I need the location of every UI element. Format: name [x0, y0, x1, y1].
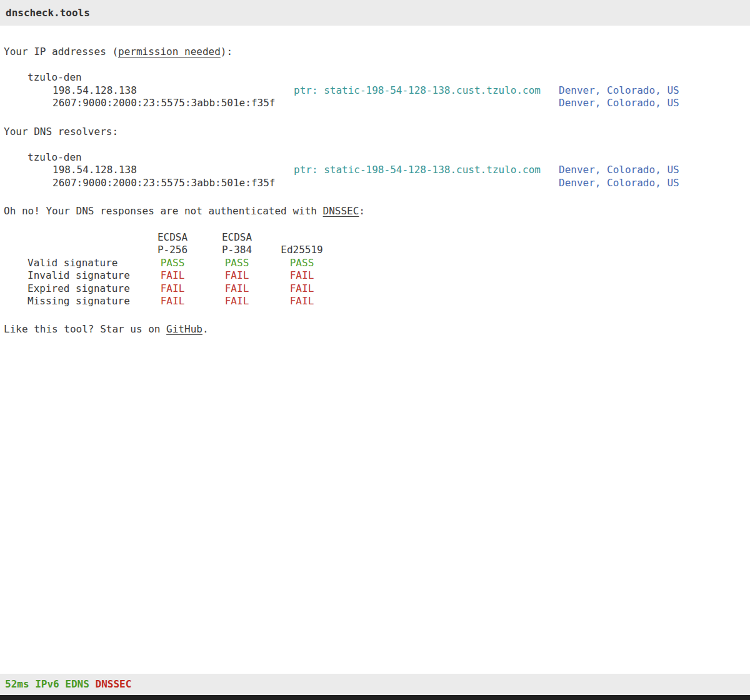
github-link[interactable]: GitHub [166, 323, 202, 335]
ip-row: 2607:9000:2000:23:5575:3abb:501e:f35fDen… [4, 97, 750, 110]
bottom-bar [0, 695, 750, 700]
column-header: ECDSA [212, 231, 262, 244]
resolver-row: 198.54.128.138ptr: static-198-54-128-138… [4, 164, 750, 177]
test-result-cell: PASS [148, 257, 198, 270]
network-name: tzulo-den [4, 71, 750, 84]
row-label: Valid signature [4, 257, 118, 270]
ipv4-address: 198.54.128.138 [52, 164, 137, 176]
site-title: dnscheck.tools [6, 7, 90, 19]
edns-badge: EDNS [65, 678, 89, 690]
row-label: Expired signature [4, 282, 130, 296]
test-result-cell: PASS [212, 257, 262, 270]
dnssec-message-prefix: Oh no! Your DNS responses are not authen… [4, 205, 323, 217]
dnssec-link[interactable]: DNSSEC [323, 205, 359, 217]
column-header: ECDSA [148, 231, 198, 244]
table-header-row-1: ECDSAECDSA [4, 231, 750, 244]
dnssec-message: Oh no! Your DNS responses are not authen… [4, 205, 750, 218]
ipv4-address: 198.54.128.138 [52, 84, 137, 96]
ip-heading-prefix: Your IP addresses ( [4, 46, 118, 58]
geo-location: Denver, Colorado, US [559, 164, 679, 177]
resolver-section-heading: Your DNS resolvers: [4, 126, 750, 139]
dnssec-message-suffix: : [359, 205, 365, 217]
site-header: dnscheck.tools [0, 0, 750, 26]
table-row: Expired signatureFAILFAILFAIL [4, 282, 750, 296]
table-row: Invalid signatureFAILFAILFAIL [4, 269, 750, 282]
row-label: Invalid signature [4, 269, 130, 282]
ipv6-address: 2607:9000:2000:23:5575:3abb:501e:f35f [52, 177, 275, 189]
status-bar: 52ms IPv6 EDNS DNSSEC [0, 674, 750, 695]
test-result-cell: FAIL [212, 295, 262, 308]
column-header: P-384 [212, 244, 262, 257]
network-name: tzulo-den [4, 151, 750, 164]
test-result-cell: FAIL [277, 269, 327, 282]
column-header: Ed25519 [277, 244, 327, 257]
test-result-cell: FAIL [212, 282, 262, 296]
test-result-cell: FAIL [212, 269, 262, 282]
test-result-cell: FAIL [277, 295, 327, 308]
geo-location: Denver, Colorado, US [559, 97, 679, 110]
dnssec-badge: DNSSEC [96, 678, 132, 690]
ipv6-address: 2607:9000:2000:23:5575:3abb:501e:f35f [52, 97, 275, 109]
ptr-record: ptr: static-198-54-128-138.cust.tzulo.co… [294, 84, 541, 98]
table-row: Missing signatureFAILFAILFAIL [4, 295, 750, 308]
github-prefix: Like this tool? Star us on [4, 323, 166, 335]
latency-badge: 52ms [5, 678, 29, 690]
geo-location: Denver, Colorado, US [559, 84, 679, 98]
dnssec-test-table: ECDSAECDSA P-256P-384Ed25519 Valid signa… [4, 231, 750, 308]
test-result-cell: PASS [277, 257, 327, 270]
test-result-cell: FAIL [148, 282, 198, 296]
test-result-cell: FAIL [148, 295, 198, 308]
permission-needed-link[interactable]: permission needed [118, 46, 221, 58]
main-content: Your IP addresses (permission needed): t… [0, 26, 750, 336]
github-line: Like this tool? Star us on GitHub. [4, 323, 750, 336]
resolver-row: 2607:9000:2000:23:5575:3abb:501e:f35fDen… [4, 177, 750, 190]
table-row: Valid signaturePASSPASSPASS [4, 257, 750, 270]
github-suffix: . [202, 323, 209, 335]
ipv6-badge: IPv6 [35, 678, 59, 690]
ip-section-heading: Your IP addresses (permission needed): [4, 46, 750, 59]
table-header-row-2: P-256P-384Ed25519 [4, 244, 750, 257]
ip-row: 198.54.128.138ptr: static-198-54-128-138… [4, 84, 750, 98]
ip-heading-suffix: ): [221, 46, 232, 58]
test-result-cell: FAIL [277, 282, 327, 296]
ptr-record: ptr: static-198-54-128-138.cust.tzulo.co… [294, 164, 541, 177]
geo-location: Denver, Colorado, US [559, 177, 679, 190]
row-label: Missing signature [4, 295, 130, 308]
test-result-cell: FAIL [148, 269, 198, 282]
column-header: P-256 [148, 244, 198, 257]
